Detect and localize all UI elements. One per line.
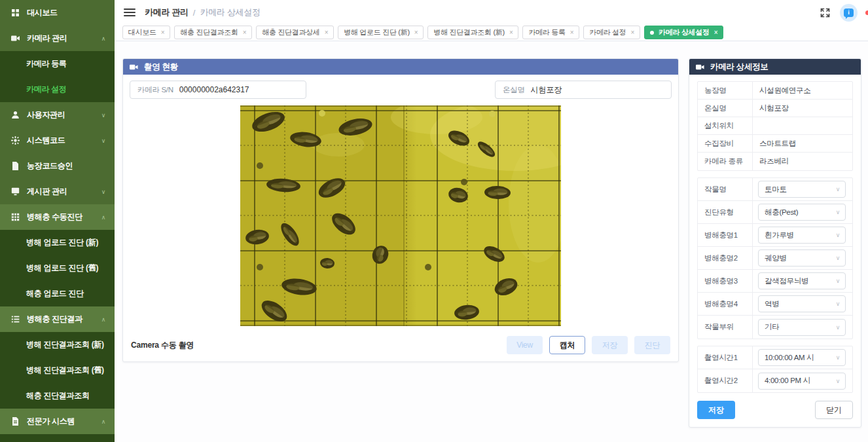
camera-info-value: 스마트트랩 xyxy=(753,139,796,149)
camera-info-value: 시험포장 xyxy=(753,103,789,113)
menu-icon[interactable] xyxy=(124,9,136,16)
diagnosis-label: 작물부위 xyxy=(698,316,753,339)
table-row: 온실명시험포장 xyxy=(698,100,852,117)
diagnosis-select-작물부위[interactable]: 기타∨ xyxy=(758,319,846,336)
chevron-down-icon: ∨ xyxy=(836,354,840,361)
tab-해충 진단결과상세[interactable]: 해충 진단결과상세× xyxy=(256,26,334,39)
camera-info-value: 라즈베리 xyxy=(753,157,789,166)
저장-button[interactable]: 저장 xyxy=(592,336,628,354)
close-icon[interactable]: × xyxy=(714,29,718,36)
chevron-down-icon: ∨ xyxy=(836,324,840,331)
tab-카메라 상세설정[interactable]: 카메라 상세설정× xyxy=(644,26,723,39)
table-row: 병해충명1흰가루병∨ xyxy=(698,224,852,247)
select-value: 흰가루병 xyxy=(765,230,794,240)
close-icon[interactable]: × xyxy=(243,29,247,36)
tab-대시보드[interactable]: 대시보드× xyxy=(122,26,170,39)
close-icon[interactable]: × xyxy=(325,29,329,36)
sidebar-item-시스템코드[interactable]: 시스템코드∨ xyxy=(0,128,115,153)
close-button[interactable]: 닫기 xyxy=(815,401,853,419)
camera-sn-input[interactable] xyxy=(179,82,306,98)
sidebar-item-병해 진단결과조회 (新)[interactable]: 병해 진단결과조회 (新) xyxy=(0,332,115,358)
greenhouse-field[interactable]: 온실명 xyxy=(495,81,672,99)
close-icon[interactable]: × xyxy=(631,29,635,36)
sidebar-item-label: 사용자관리 xyxy=(27,109,65,120)
users-icon xyxy=(10,111,20,120)
sidebar-item-label: 대시보드 xyxy=(27,7,58,18)
chevron-down-icon: ∨ xyxy=(836,255,840,261)
sidebar-item-병해전문가판단[interactable]: 병해전문가판단 xyxy=(0,434,115,442)
breadcrumb-section[interactable]: 카메라 관리 xyxy=(145,7,189,18)
chevron-up-icon: ∧ xyxy=(101,214,105,221)
close-icon[interactable]: × xyxy=(570,29,574,36)
select-value: 갈색점무늬병 xyxy=(765,276,808,286)
close-icon[interactable]: × xyxy=(414,29,418,36)
table-row: 촬영시간110:00:00 AM 시∨ xyxy=(698,346,852,369)
camera-info-label: 수집장비 xyxy=(698,135,753,152)
diagnosis-label: 작물명 xyxy=(698,178,753,200)
sidebar-item-카메라 등록[interactable]: 카메라 등록 xyxy=(0,51,115,77)
select-value: 해충(Pest) xyxy=(765,208,798,217)
sidebar-item-병해 업로드 진단 (新)[interactable]: 병해 업로드 진단 (新) xyxy=(0,230,115,255)
capture-time-select-촬영시간2[interactable]: 4:00:00 PM 시∨ xyxy=(758,373,846,390)
camera-info-label: 온실명 xyxy=(698,100,753,117)
table-row: 작물부위기타∨ xyxy=(698,316,852,339)
capture-button-group: View캡처저장진단 xyxy=(507,336,670,354)
캡처-button[interactable]: 캡처 xyxy=(549,336,585,354)
breadcrumb-page: 카메라 상세설정 xyxy=(200,7,260,18)
diagnosis-select-작물명[interactable]: 토마토∨ xyxy=(758,181,846,198)
manual-capture-label: Camera 수동 촬영 xyxy=(131,340,194,351)
chat-icon[interactable]: i xyxy=(840,4,858,22)
tab-카메라 등록[interactable]: 카메라 등록× xyxy=(522,26,579,39)
sidebar-submenu: 병해 진단결과조회 (新)병해 진단결과조회 (舊)해충 진단결과조회 xyxy=(0,332,115,409)
notification-dot xyxy=(865,10,868,15)
diagnosis-select-병해충명1[interactable]: 흰가루병∨ xyxy=(758,227,846,244)
save-button[interactable]: 저장 xyxy=(697,401,735,419)
sidebar-item-카메라 설정[interactable]: 카메라 설정 xyxy=(0,77,115,102)
diagnosis-select-병해충명4[interactable]: 역병∨ xyxy=(758,295,846,312)
greenhouse-label: 온실명 xyxy=(496,85,531,95)
sidebar-item-게시판 관리[interactable]: 게시판 관리∨ xyxy=(0,179,115,204)
view-button[interactable]: View xyxy=(507,336,543,354)
capture-panel-header: 촬영 현황 xyxy=(123,59,678,75)
sidebar-item-label: 게시판 관리 xyxy=(27,186,67,197)
tab-병해 진단결과조회 (新)[interactable]: 병해 진단결과조회 (新)× xyxy=(427,26,518,39)
table-row: 설치위치 xyxy=(698,117,852,135)
camera-sn-label: 카메라 S/N xyxy=(130,85,179,95)
진단-button[interactable]: 진단 xyxy=(634,336,670,354)
fullscreen-icon[interactable] xyxy=(820,7,831,18)
greenhouse-input[interactable] xyxy=(531,82,671,98)
chevron-down-icon: ∨ xyxy=(836,209,840,215)
sidebar-item-해충 진단결과조회[interactable]: 해충 진단결과조회 xyxy=(0,383,115,409)
capture-time-label: 촬영시간1 xyxy=(698,346,753,369)
diagnosis-select-병해충명3[interactable]: 갈색점무늬병∨ xyxy=(758,272,846,289)
tab-label: 카메라 등록 xyxy=(528,28,565,37)
tab-카메라 설정[interactable]: 카메라 설정× xyxy=(583,26,640,39)
close-icon[interactable]: × xyxy=(509,29,513,36)
capture-input-row: 카메라 S/N 온실명 xyxy=(130,81,672,99)
sidebar-item-병해 업로드 진단 (舊)[interactable]: 병해 업로드 진단 (舊) xyxy=(0,255,115,281)
tab-label: 해충 진단결과조회 xyxy=(180,28,238,37)
tab-label: 카메라 상세설정 xyxy=(659,28,710,37)
sidebar-item-병해충 진단결과[interactable]: 병해충 진단결과∧ xyxy=(0,306,115,332)
chevron-down-icon: ∨ xyxy=(101,112,105,119)
sidebar-item-농장코드승인[interactable]: 농장코드승인 xyxy=(0,153,115,179)
sidebar-item-카메라 관리[interactable]: 카메라 관리∧ xyxy=(0,26,115,51)
diagnosis-select-병해충명2[interactable]: 궤양병∨ xyxy=(758,249,846,267)
sidebar-submenu: 병해전문가판단 xyxy=(0,434,115,442)
active-tab-dot xyxy=(650,31,654,35)
tab-label: 병해 업로드 진단 (新) xyxy=(344,28,410,37)
camera-sn-field[interactable]: 카메라 S/N xyxy=(130,81,306,99)
select-value: 궤양병 xyxy=(765,253,787,263)
sidebar-item-병해충 수동진단[interactable]: 병해충 수동진단∧ xyxy=(0,204,115,230)
sidebar-item-대시보드[interactable]: 대시보드 xyxy=(0,0,115,26)
doc-icon xyxy=(10,162,20,171)
diagnosis-select-진단유형[interactable]: 해충(Pest)∨ xyxy=(758,204,846,221)
sidebar-item-해충 업로드 진단[interactable]: 해충 업로드 진단 xyxy=(0,281,115,306)
sidebar-item-병해 진단결과조회 (舊)[interactable]: 병해 진단결과조회 (舊) xyxy=(0,358,115,383)
close-icon[interactable]: × xyxy=(161,29,165,36)
sidebar-item-사용자관리[interactable]: 사용자관리∨ xyxy=(0,102,115,128)
sidebar-item-전문가 시스템[interactable]: 전문가 시스템∧ xyxy=(0,409,115,434)
tab-병해 업로드 진단 (新)[interactable]: 병해 업로드 진단 (新)× xyxy=(338,26,424,39)
tab-해충 진단결과조회[interactable]: 해충 진단결과조회× xyxy=(174,26,252,39)
capture-time-select-촬영시간1[interactable]: 10:00:00 AM 시∨ xyxy=(758,349,846,366)
